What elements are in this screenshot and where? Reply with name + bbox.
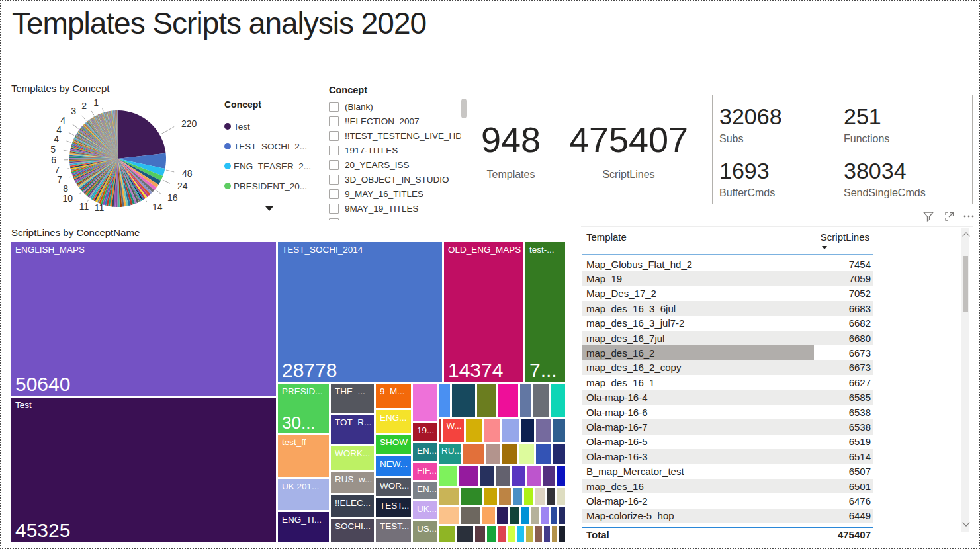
treemap-cell[interactable]: ENG_TI... (278, 512, 329, 542)
table-scrollbar-thumb[interactable] (963, 256, 968, 312)
treemap-cell[interactable] (508, 526, 515, 542)
treemap-cell[interactable] (517, 526, 524, 542)
treemap-cell[interactable]: 9_M... (376, 384, 411, 408)
table-row[interactable]: Map_Des_17_27052 (582, 286, 873, 301)
treemap-cell[interactable] (513, 488, 523, 505)
treemap-cell[interactable] (551, 507, 557, 524)
treemap-cell[interactable] (484, 488, 497, 505)
treemap-cell[interactable]: TOT_R... (331, 415, 374, 444)
slicer-item[interactable]: !!ELECTION_2007 (329, 114, 461, 128)
slicer-item[interactable]: 1917-TITLES (329, 143, 461, 157)
table-row[interactable]: Ola-map-16-66538 (582, 405, 873, 419)
treemap-cell[interactable] (535, 526, 542, 542)
slicer-checkbox[interactable] (329, 175, 339, 185)
treemap-cell[interactable] (482, 507, 494, 524)
treemap-cell[interactable] (521, 507, 529, 524)
table-row[interactable]: map_des_16_2_copy6673 (582, 360, 873, 375)
treemap-cell[interactable] (533, 384, 549, 417)
treemap-cell[interactable]: SHOW (376, 435, 411, 454)
table-row[interactable]: map_des_16_7jul6680 (582, 331, 873, 345)
treemap-cell[interactable]: RUS_w... (331, 472, 374, 493)
slicer-checkbox[interactable] (329, 160, 339, 170)
more-options-icon[interactable] (962, 210, 975, 224)
treemap-cell[interactable]: UK... (413, 501, 437, 519)
filter-icon[interactable] (922, 210, 936, 224)
legend-item[interactable]: PRESIDENT_20... (224, 176, 314, 196)
treemap-cell[interactable]: NEW... (376, 456, 411, 476)
slicer-item[interactable]: (Blank) (329, 99, 461, 114)
treemap-cell[interactable] (502, 419, 519, 442)
treemap-cell[interactable] (461, 488, 482, 505)
treemap-cell[interactable] (439, 384, 450, 417)
slicer-checkbox[interactable] (329, 146, 339, 155)
treemap-cell[interactable] (531, 507, 539, 524)
legend-item[interactable]: Test (224, 116, 314, 136)
treemap-cell[interactable] (547, 488, 555, 505)
treemap-cell[interactable] (557, 466, 565, 486)
treemap-cell[interactable]: FIF... (413, 463, 437, 480)
treemap-cell[interactable] (535, 488, 545, 505)
treemap-cell[interactable]: W... (443, 419, 464, 442)
treemap-cell[interactable] (487, 526, 496, 542)
treemap-cell[interactable]: 19... (413, 423, 437, 441)
slicer-checkbox[interactable] (329, 102, 339, 112)
treemap-cell[interactable] (475, 526, 486, 542)
legend-expand-arrow-icon[interactable] (265, 206, 273, 211)
table-row[interactable]: map_des_166501 (582, 479, 873, 493)
treemap-cell[interactable]: TEST_SOCHI_201428778 (278, 242, 442, 382)
treemap-cell[interactable] (526, 526, 533, 542)
slicer-item[interactable]: 9MAY_19_TITLES (329, 201, 461, 216)
table-row[interactable]: map_des_16_3_jul7-26682 (582, 316, 873, 331)
treemap-cell[interactable]: OLD_ENG_MAPS14374 (444, 242, 523, 382)
table-header-scriptlines[interactable]: ScriptLines (764, 232, 869, 243)
treemap-cell[interactable] (439, 419, 441, 442)
treemap-cell[interactable]: test-...7... (525, 242, 565, 382)
treemap-cell[interactable] (457, 526, 472, 542)
treemap-cell[interactable]: ENG... (376, 410, 411, 433)
slicer-item[interactable] (329, 216, 461, 220)
slicer-item[interactable]: 20_YEARS_ISS (329, 157, 461, 172)
treemap-cell[interactable] (512, 466, 525, 486)
treemap-cell[interactable] (502, 444, 517, 464)
treemap-cell[interactable] (477, 384, 496, 417)
treemap-cell[interactable] (439, 507, 459, 524)
treemap-cell[interactable] (520, 384, 531, 417)
sort-descending-icon[interactable] (822, 246, 827, 249)
treemap-cell[interactable] (557, 488, 565, 505)
treemap-cell[interactable] (559, 526, 565, 542)
treemap-cell[interactable] (480, 466, 494, 486)
slicer-checkbox[interactable] (329, 204, 339, 214)
treemap-cell[interactable]: WOR... (376, 478, 411, 496)
treemap-cell[interactable]: TEST... (376, 519, 411, 542)
treemap-cell[interactable]: ENGLISH_MAPS50640 (11, 242, 276, 396)
treemap-cell[interactable]: TEST... (376, 498, 411, 517)
treemap-cell[interactable] (499, 488, 511, 505)
treemap-cell[interactable] (413, 384, 437, 421)
treemap-cell[interactable] (496, 466, 510, 486)
treemap-cell[interactable] (459, 466, 478, 486)
treemap-cell[interactable] (439, 488, 459, 505)
treemap-cell[interactable] (559, 507, 565, 524)
treemap-cell[interactable]: SOCHI... (331, 519, 374, 542)
treemap-cell[interactable] (484, 419, 501, 442)
treemap-cell[interactable] (524, 488, 533, 505)
treemap-cell[interactable] (461, 507, 480, 524)
table-row[interactable]: map_des_16_16627 (582, 375, 873, 390)
treemap-cell[interactable] (521, 419, 534, 442)
table-row[interactable]: Ola-map-16-36514 (582, 449, 873, 464)
treemap-cell[interactable]: RU... (439, 444, 461, 464)
table-row[interactable]: Ola-map-16-26476 (582, 493, 873, 508)
treemap-cell[interactable] (463, 444, 484, 464)
slicer-checkbox[interactable] (329, 218, 339, 220)
legend-item[interactable]: TEST_SOCHI_2... (224, 136, 314, 156)
table-row[interactable]: Map-colorize-5_hop6449 (582, 509, 873, 523)
table-row[interactable]: map_des_16_3_6jul6683 (582, 301, 873, 316)
treemap-cell[interactable]: Test45325 (11, 398, 276, 542)
focus-mode-icon[interactable] (944, 210, 957, 224)
treemap-cell[interactable]: WORK... (331, 446, 374, 470)
table-row[interactable]: Ola-map-16-76538 (582, 419, 873, 434)
treemap-cell[interactable]: test_ff (278, 435, 329, 477)
treemap-cell[interactable] (452, 384, 475, 417)
treemap-cell[interactable] (466, 419, 482, 442)
slicer-checkbox[interactable] (329, 189, 339, 199)
